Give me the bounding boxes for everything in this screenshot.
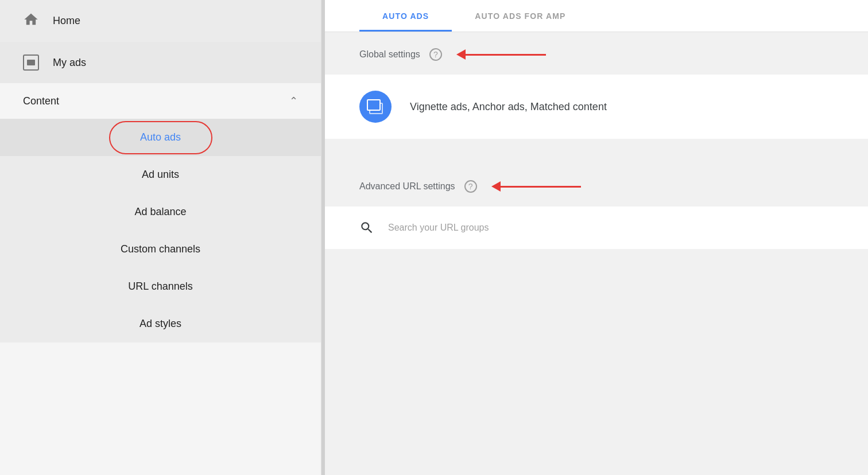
search-url-groups-placeholder: Search your URL groups <box>388 223 489 233</box>
sidebar-ad-units-label: Ad units <box>142 169 179 181</box>
arrow-line-2 <box>501 186 581 188</box>
sidebar-url-channels-label: URL channels <box>128 281 192 293</box>
main-content: AUTO ADS AUTO ADS FOR AMP Global setting… <box>325 0 868 475</box>
sidebar-item-content[interactable]: Content ⌃ <box>0 83 321 119</box>
sidebar-myads-label: My ads <box>53 57 86 69</box>
search-icon <box>359 220 374 235</box>
global-settings-arrow <box>457 49 546 60</box>
arrow-head-icon <box>456 49 466 60</box>
advanced-url-settings-section: Advanced URL settings ? Search your URL <box>325 164 868 249</box>
sidebar-auto-ads-label: Auto ads <box>140 131 181 143</box>
sidebar-item-ad-units[interactable]: Ad units <box>0 156 321 193</box>
auto-ads-circle-wrapper: Auto ads <box>140 131 181 143</box>
global-settings-title: Global settings <box>359 49 420 60</box>
search-icon-wrap <box>359 220 374 235</box>
advanced-url-settings-header: Advanced URL settings ? <box>325 164 868 207</box>
sidebar-item-custom-channels[interactable]: Custom channels <box>0 231 321 268</box>
sidebar-home-label: Home <box>53 15 80 27</box>
section-spacer <box>325 141 868 164</box>
ad-stack-icon <box>367 99 384 114</box>
home-icon <box>23 11 39 30</box>
sidebar-ad-styles-label: Ad styles <box>140 318 181 330</box>
tabs-bar: AUTO ADS AUTO ADS FOR AMP <box>325 0 868 32</box>
rect-front <box>367 99 381 111</box>
arrow-line <box>466 54 546 56</box>
myads-icon <box>23 54 39 71</box>
sidebar-ad-balance-label: Ad balance <box>134 206 186 218</box>
global-settings-card-text: Vignette ads, Anchor ads, Matched conten… <box>410 101 607 113</box>
global-settings-help-icon[interactable]: ? <box>429 48 442 61</box>
global-settings-section: Global settings ? Vignette <box>325 32 868 139</box>
global-settings-card[interactable]: Vignette ads, Anchor ads, Matched conten… <box>325 75 868 139</box>
sidebar-item-ad-styles[interactable]: Ad styles <box>0 305 321 342</box>
sidebar-content-label: Content <box>23 95 59 107</box>
search-url-groups-card[interactable]: Search your URL groups <box>325 207 868 249</box>
sidebar-item-myads[interactable]: My ads <box>0 42 321 83</box>
sidebar-item-ad-balance[interactable]: Ad balance <box>0 193 321 231</box>
sidebar-item-auto-ads[interactable]: Auto ads <box>0 119 321 156</box>
tab-auto-ads-amp[interactable]: AUTO ADS FOR AMP <box>452 0 588 32</box>
sidebar-item-url-channels[interactable]: URL channels <box>0 268 321 305</box>
ad-type-icon-circle <box>359 91 392 123</box>
arrow-head-icon-2 <box>491 181 501 192</box>
sidebar-custom-channels-label: Custom channels <box>121 243 200 255</box>
global-settings-header: Global settings ? <box>325 32 868 75</box>
sidebar: Home My ads Content ⌃ Auto ads Ad units … <box>0 0 321 475</box>
sidebar-item-home[interactable]: Home <box>0 0 321 42</box>
advanced-url-settings-title: Advanced URL settings <box>359 181 455 192</box>
tab-auto-ads[interactable]: AUTO ADS <box>359 0 452 32</box>
advanced-url-settings-help-icon[interactable]: ? <box>464 180 477 193</box>
chevron-up-icon: ⌃ <box>289 95 298 107</box>
advanced-url-settings-arrow <box>492 181 581 192</box>
content-area: Global settings ? Vignette <box>325 32 868 475</box>
